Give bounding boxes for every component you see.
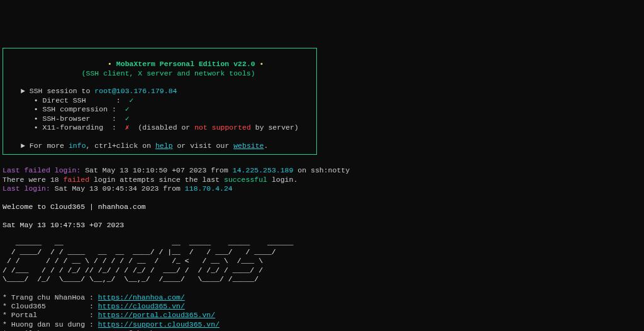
help-link[interactable]: help — [155, 142, 173, 150]
link-portal: * Portal : https://portal.cloud365.vn/ — [3, 311, 215, 319]
x-icon: ✗ — [125, 123, 130, 132]
check-icon: ✓ — [125, 115, 130, 123]
banner-item-ssh-browser: • SSH-browser : ✓ — [21, 115, 130, 123]
last-failed-login: Last failed login: Sat May 13 10:10:50 +… — [3, 166, 350, 174]
banner-title-line: • MobaXterm Personal Edition v22.0 • — [21, 60, 264, 68]
ascii-logo: ______ __ __ _____ _____ ______ / ____/ … — [3, 238, 293, 283]
failed-attempts: There were 18 failed login attempts sinc… — [3, 176, 297, 184]
moba-banner-box: • MobaXterm Personal Edition v22.0 • (SS… — [3, 48, 317, 155]
support-link[interactable]: https://support.cloud365.vn/ — [98, 320, 219, 328]
banner-item-ssh-compression: • SSH compression : ✓ — [21, 105, 130, 113]
portal-link[interactable]: https://portal.cloud365.vn/ — [98, 311, 215, 319]
nhanhoa-link[interactable]: https://nhanhoa.com/ — [98, 293, 185, 301]
welcome-line: Welcome to Cloud365 | nhanhoa.com — [3, 203, 146, 211]
website-link[interactable]: website — [233, 142, 264, 150]
banner-footer: ► For more info, ctrl+click on help or v… — [21, 142, 268, 150]
link-nhanhoa: * Trang chu NhanHoa : https://nhanhoa.co… — [3, 293, 185, 301]
date-line: Sat May 13 10:47:53 +07 2023 — [3, 221, 124, 229]
banner-item-direct-ssh: • Direct SSH : ✓ — [21, 96, 134, 104]
cloud365-link[interactable]: https://cloud365.vn/ — [98, 302, 185, 310]
banner-subtitle: (SSH client, X server and network tools) — [21, 69, 255, 77]
terminal-output[interactable]: • MobaXterm Personal Edition v22.0 • (SS… — [0, 36, 644, 332]
last-login: Last login: Sat May 13 09:45:34 2023 fro… — [3, 184, 233, 193]
banner-item-x11: • X11-forwarding : ✗ (disabled or not su… — [21, 123, 299, 132]
check-icon: ✓ — [130, 96, 134, 104]
check-icon: ✓ — [125, 105, 130, 113]
link-cloud365: * Cloud365 : https://cloud365.vn/ — [3, 302, 185, 310]
link-support: * Huong dan su dung : https://support.cl… — [3, 320, 219, 328]
banner-session: ► SSH session to root@103.176.179.84 — [21, 87, 177, 95]
